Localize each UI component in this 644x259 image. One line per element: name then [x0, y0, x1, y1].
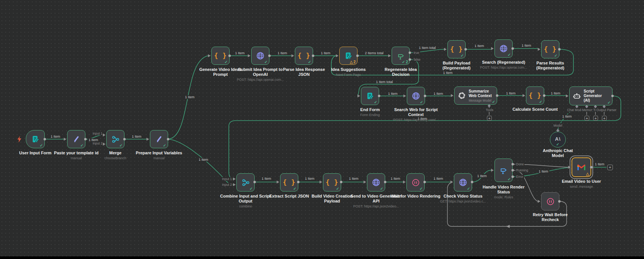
node-subtitle: POST: https://api.openai.com... [473, 66, 534, 70]
trigger-lightning-icon [17, 135, 22, 144]
loop-arrow [506, 225, 510, 228]
node-summarize-web-context[interactable]: Summarize Web ContextMessage Model ✓ [454, 86, 497, 105]
success-check: ✓ [265, 60, 268, 64]
node-parse-results-regenerated[interactable]: { } ✓ [541, 40, 559, 58]
node-title: Summarize Web Context [469, 89, 494, 98]
node-end-form[interactable]: ✓ [361, 87, 379, 105]
success-check: ✓ [380, 187, 383, 191]
add-node-button[interactable]: + [607, 165, 613, 170]
item-count-label: 1 Item [260, 177, 272, 181]
node-title: Build Video Creation Payload [307, 194, 358, 204]
port-label-tools: Tools [485, 108, 494, 112]
node-subtitle: manual [131, 156, 187, 160]
node-subtitle: combine [219, 204, 272, 209]
success-check: ✓ [508, 53, 511, 57]
success-check: ✓ [420, 187, 423, 191]
item-count-label: 1 Item [442, 71, 453, 75]
add-memory-button[interactable]: + [584, 116, 589, 121]
node-paste-template-id[interactable]: ✓ [67, 130, 85, 148]
node-generate-video-ideas-prompt[interactable]: { } ✓ [211, 47, 230, 65]
workflow-canvas[interactable]: ✓ User Input Form ✓ Paste your template … [0, 0, 644, 259]
item-count-label: 1 Item [476, 174, 488, 178]
node-submit-idea-prompt-openai[interactable]: ✓ [251, 47, 269, 65]
item-count-label: 1 Item [276, 51, 288, 55]
node-subtitle: GET: https://api.json2video.c... [435, 199, 491, 204]
add-tool-button[interactable]: + [593, 116, 598, 121]
item-count-label: 1 Item [131, 135, 142, 138]
item-count-label: 1 Item [520, 44, 532, 47]
node-title: Calculate Scene Count [507, 107, 564, 112]
success-check: ✓ [374, 100, 377, 104]
node-subtitle: Next Form Page [320, 73, 377, 77]
success-check: ✓ [554, 53, 557, 58]
node-build-video-creation-payload[interactable]: { } ✓ [323, 173, 341, 192]
port-label-input1: Input 1 [92, 132, 103, 135]
node-merge[interactable]: ✓ [106, 130, 124, 148]
port-label-true: true [413, 51, 420, 55]
node-anthropic-chat-model[interactable]: A\ ✓ [550, 132, 566, 148]
node-title: Search Web for Script Context [389, 107, 442, 117]
node-parse-idea-response-json[interactable]: { } ✓ [295, 47, 313, 65]
success-check: ✓ [293, 187, 296, 191]
node-subtitle: POST: https://api.tavily.com/... [389, 118, 442, 122]
success-check: ✓ [225, 60, 228, 64]
node-check-video-status[interactable]: ✓ [454, 173, 472, 192]
node-send-video-generation-api[interactable]: ✓ [367, 173, 385, 192]
node-build-payload-regenerated[interactable]: { } ✓ [447, 40, 466, 58]
node-prepare-input-variables[interactable]: ✓ [150, 130, 168, 148]
add-output-parser-button[interactable]: + [602, 116, 607, 121]
success-check: ✓ [461, 53, 464, 58]
success-check: ✓ [40, 143, 43, 148]
success-check: ✓ [508, 177, 511, 181]
node-subtitle: send: message [553, 185, 610, 189]
item-count-label: 1 Item [505, 91, 516, 95]
node-email-video-to-user[interactable]: △ [572, 157, 591, 177]
node-script-generator-ai[interactable]: Script Generator (AI) ✓ [569, 86, 613, 105]
node-subtitle: Message Model [469, 99, 494, 102]
node-title: Script Generator (AI) [584, 89, 609, 103]
item-count-label: 1 Item [432, 92, 444, 96]
node-calculate-scene-count[interactable]: { } ✓ [526, 86, 544, 105]
item-count-label: 1 Item total [375, 80, 394, 84]
item-count-label: 1 Item [184, 95, 195, 99]
item-count-label: 1 Item [197, 158, 209, 162]
item-count-label: 1 Item [550, 91, 561, 95]
node-search-regenerated[interactable]: ✓ [494, 39, 513, 58]
robot-ai-icon [573, 92, 581, 100]
node-handle-video-render-status[interactable]: ✓ [494, 159, 513, 182]
pause-wait-icon [542, 193, 559, 210]
port-label-error: Error [515, 175, 524, 179]
success-check: ✓ [492, 100, 495, 104]
node-retry-wait-before-recheck[interactable] [541, 192, 559, 210]
bottom-edge-bar [0, 256, 644, 259]
node-extract-script-json[interactable]: { } ✓ [280, 173, 298, 192]
success-check: ✓ [420, 100, 423, 104]
success-check: ✓2 [402, 60, 408, 64]
add-tool-button[interactable]: + [487, 116, 492, 121]
port-label-input1: Input 1 [221, 177, 233, 181]
node-search-web-script-context[interactable]: ✓ [407, 87, 425, 105]
node-user-input-form[interactable]: ✓ [26, 130, 45, 148]
port-label-input2: Input 2 [221, 183, 233, 187]
success-check: ✓ [250, 187, 253, 191]
item-count-label: 1 Item [348, 177, 359, 181]
item-count-label: 1 Item [304, 177, 315, 181]
success-check: ✓ [608, 100, 611, 105]
node-idea-suggestions[interactable]: △2 [339, 47, 357, 65]
success-check: ✓ [80, 143, 83, 148]
item-count-label: 1 Item [537, 170, 549, 173]
success-check: ✓ [336, 187, 339, 191]
node-title: Regenerate Idea Decision [376, 67, 425, 77]
node-combine-input-script-output[interactable]: ✓ [236, 173, 255, 192]
item-count-label: 1 Item [389, 177, 401, 181]
node-regenerate-idea-decision[interactable]: ✓2 [392, 47, 410, 65]
node-title: Retry Wait Before Recheck [529, 212, 572, 222]
node-wait-for-video-rendering[interactable]: ✓ [406, 173, 425, 192]
success-check: ✓ [120, 143, 123, 148]
port-label-false: false [413, 58, 421, 61]
node-title: Prepare Input Variables [131, 151, 187, 155]
success-check: ✓ [556, 142, 559, 146]
item-count-label: 1 Item [234, 51, 246, 55]
node-subtitle: POST: https://api.openai.com... [233, 78, 288, 82]
item-count-label: 1 Item [473, 44, 485, 48]
